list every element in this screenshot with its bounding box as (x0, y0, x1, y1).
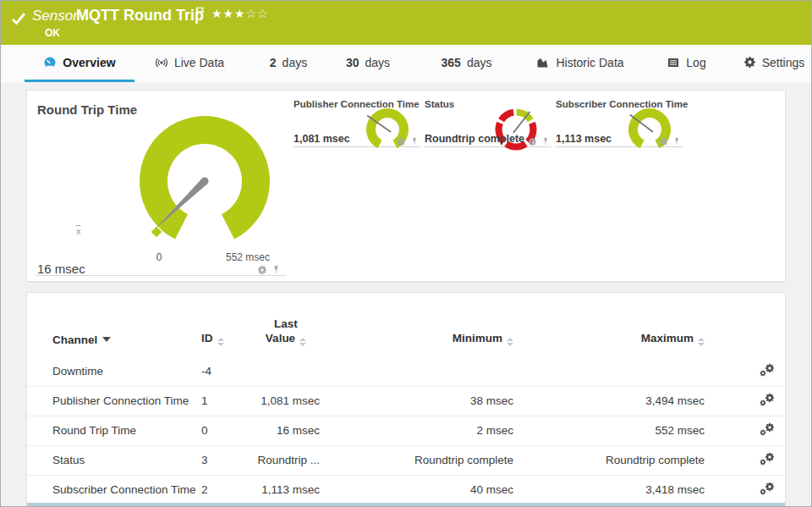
sensor-status-header: Sensor MQTT Round Trip ★★★☆☆ OK (1, 1, 811, 45)
tab-bar: Overview Live Data 2 days 30 days 365 da… (1, 45, 811, 82)
table-header-row: Channel ID Last Value Minimum Maximum (27, 293, 785, 356)
tab-settings[interactable]: Settings (737, 45, 811, 82)
channel-maximum: 3,418 msec (514, 475, 705, 504)
gauge-value: Roundtrip complete (425, 133, 524, 145)
channel-last-value: 1,081 msec (251, 386, 321, 416)
channel-name[interactable]: Publisher Connection Time (27, 386, 200, 416)
stars-filled[interactable]: ★★★ (211, 7, 246, 20)
tab-label: Historic Data (556, 56, 623, 69)
table-row: Status 3 Roundtrip ... Roundtrip complet… (27, 445, 785, 475)
channel-maximum: 552 msec (514, 416, 705, 445)
channel-minimum (321, 356, 514, 386)
channel-minimum: 2 msec (321, 416, 514, 445)
tab-label: Settings (762, 56, 805, 69)
sort-toggle-icon (507, 338, 513, 346)
gauge-scale-min: 0 (142, 251, 176, 263)
tab-live-data[interactable]: Live Data (151, 45, 228, 82)
tab-log[interactable]: Log (667, 45, 705, 82)
column-header-id[interactable]: ID (200, 293, 251, 356)
gauge-block-round-trip-time[interactable]: Round Trip Time x 0 552 msec 16 msec (36, 97, 286, 276)
sensor-page: Sensor MQTT Round Trip ★★★☆☆ OK Overview (0, 0, 812, 507)
sort-toggle-icon (217, 338, 224, 346)
gear-icon[interactable] (528, 137, 537, 146)
tab-label: days (365, 56, 391, 69)
tab-30-days[interactable]: 30 days (343, 45, 392, 82)
gauge-block-subscriber-connection-time[interactable]: Subscriber Connection Time 1,113 msec (556, 97, 683, 147)
tab-label: days (283, 56, 308, 69)
priority-stars[interactable]: ★★★☆☆ (211, 7, 269, 20)
mean-marker-label: x (76, 226, 81, 236)
live-data-icon (155, 56, 168, 69)
channel-id: 2 (200, 475, 251, 504)
gear-icon[interactable] (397, 137, 406, 146)
tab-overview[interactable]: Overview (25, 45, 134, 82)
page-title: MQTT Round Trip (76, 7, 204, 25)
pin-icon[interactable] (541, 136, 550, 146)
channel-last-value: 1,113 msec (251, 475, 321, 504)
column-header-settings (705, 293, 785, 356)
priority-flag-icon[interactable] (195, 6, 206, 19)
pin-icon[interactable] (272, 264, 281, 275)
channel-name[interactable]: Downtime (27, 356, 200, 386)
sort-toggle-icon (698, 338, 705, 346)
tab-365-days[interactable]: 365 days (439, 45, 494, 82)
channels-table: Channel ID Last Value Minimum Maximum Do… (27, 293, 785, 505)
log-icon (667, 56, 680, 69)
object-type-label: Sensor (32, 8, 78, 25)
tab-number: 30 (346, 56, 359, 69)
gauge-value: 1,113 msec (556, 133, 612, 145)
column-header-minimum[interactable]: Minimum (321, 293, 514, 356)
pin-icon[interactable] (672, 136, 681, 146)
table-row: Publisher Connection Time 1 1,081 msec 3… (27, 386, 785, 416)
channel-id: -4 (200, 356, 251, 386)
gear-icon (743, 56, 756, 69)
channel-maximum: Roundtrip complete (514, 445, 705, 475)
channel-name[interactable]: Round Trip Time (27, 416, 200, 445)
horizontal-scrollbar[interactable] (27, 503, 785, 507)
channel-settings-icon[interactable] (760, 482, 775, 495)
pin-icon[interactable] (410, 136, 419, 146)
sensor-status-text: OK (45, 27, 60, 39)
tab-number: 365 (442, 56, 461, 69)
channel-maximum (514, 356, 705, 386)
gear-icon[interactable] (257, 265, 267, 275)
historic-chart-icon (536, 56, 550, 69)
check-status-icon (11, 11, 26, 26)
channel-name[interactable]: Subscriber Connection Time (27, 475, 200, 504)
channel-last-value: 16 msec (251, 416, 321, 445)
sort-desc-icon (102, 337, 111, 342)
gauge-block-status[interactable]: Status Roundtrip complete (425, 97, 551, 147)
channel-last-value (251, 356, 321, 386)
column-header-maximum[interactable]: Maximum (514, 293, 705, 356)
tab-label: Log (686, 56, 705, 69)
channel-id: 1 (200, 386, 251, 416)
channel-settings-icon[interactable] (760, 422, 775, 436)
channel-settings-icon[interactable] (760, 393, 775, 406)
channel-settings-icon[interactable] (760, 363, 775, 377)
channel-minimum: Roundtrip complete (321, 445, 514, 475)
gauges-panel: Round Trip Time x 0 552 msec 16 msec Pub… (26, 90, 786, 282)
channel-minimum: 40 msec (321, 475, 514, 504)
channel-settings-icon[interactable] (760, 452, 775, 466)
gear-icon[interactable] (659, 137, 668, 146)
table-row: Downtime -4 (27, 356, 785, 386)
channel-name[interactable]: Status (27, 445, 200, 475)
tab-label: Overview (63, 56, 115, 69)
channel-id: 3 (200, 445, 251, 475)
column-header-last-value[interactable]: Last Value (251, 293, 321, 356)
channel-last-value: Roundtrip ... (251, 445, 321, 475)
channels-panel: Channel ID Last Value Minimum Maximum Do… (26, 292, 786, 507)
tab-label: days (467, 56, 492, 69)
channel-id: 0 (200, 416, 251, 445)
gauge-icon (43, 56, 57, 69)
tab-2-days[interactable]: 2 days (267, 45, 310, 82)
tab-label: Live Data (174, 56, 224, 69)
tab-historic-data[interactable]: Historic Data (534, 45, 627, 82)
gauge-block-publisher-connection-time[interactable]: Publisher Connection Time 1,081 msec (294, 97, 420, 147)
gauge-value: 1,081 msec (294, 133, 350, 145)
gauge-scale-max: 552 msec (214, 251, 282, 263)
channel-minimum: 38 msec (321, 386, 514, 416)
sort-toggle-icon (299, 338, 306, 346)
stars-empty[interactable]: ☆☆ (246, 7, 269, 20)
column-header-channel[interactable]: Channel (27, 293, 200, 356)
